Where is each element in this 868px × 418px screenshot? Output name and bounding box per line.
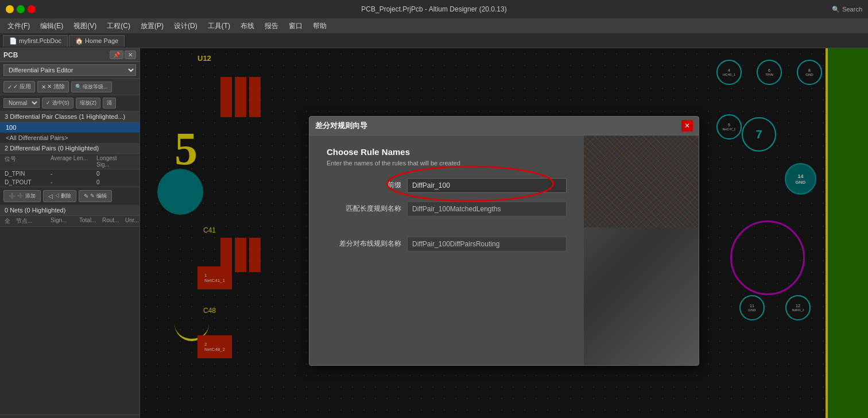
zoom-button[interactable]: 🔍 缩放等级... (71, 82, 112, 92)
filter-bar-2: Normal ✓ 选中(S) 缩放(Z) 清 (0, 95, 140, 111)
table-row-dtpin[interactable]: D_TPIN - 0 (0, 169, 140, 178)
dialog-body: Choose Rule Names Enter the names of the… (309, 136, 699, 365)
pcb-area[interactable]: U12 5 C41 1NetC41_1 C48 (140, 48, 868, 418)
menu-file[interactable]: 文件(F) (3, 20, 34, 32)
edit-button[interactable]: ✎ ✎ 编辑 (79, 190, 112, 202)
clear-button[interactable]: ✕ ✕ 清除 (37, 81, 69, 92)
panel-dropdown[interactable]: Differential Pairs Editor (3, 64, 136, 76)
prefix-row: 前缀 (327, 178, 567, 193)
list-item-100[interactable]: 100 (0, 122, 140, 133)
tab-pcbdoc-label: myfirst.PcbDoc (19, 37, 61, 44)
edit-icon: ✎ (84, 193, 88, 199)
dialog-section-title: Choose Rule Names (327, 147, 567, 157)
form-spacer (327, 225, 567, 237)
title-bar: PCB_Project.PrjPcb - Altium Designer (20… (0, 0, 868, 18)
zoom2-button[interactable]: 缩放(Z) (76, 98, 101, 109)
prefix-label: 前缀 (327, 180, 401, 190)
delete-button[interactable]: ◁ ◁ 删除 (43, 190, 77, 202)
section2-header: 2 Differential Pairs (0 Highlighted) (0, 143, 140, 154)
add-button[interactable]: ➕ ➕ 添加 (3, 190, 41, 202)
maximize-button[interactable] (17, 5, 25, 13)
tab-pcbdoc-icon: 📄 (9, 37, 19, 44)
menu-view[interactable]: 视图(V) (69, 20, 101, 32)
dialog-content: Choose Rule Names Enter the names of the… (309, 136, 584, 365)
tab-homepage-label: Home Page (85, 37, 118, 44)
main-layout: PCB 📌 ✕ Differential Pairs Editor ✓ ✓ 应用… (0, 48, 868, 418)
tab-homepage[interactable]: 🏠 Home Page (69, 35, 125, 47)
action-buttons: ➕ ➕ 添加 ◁ ◁ 删除 ✎ ✎ 编辑 (0, 187, 140, 205)
menu-edit[interactable]: 编辑(E) (36, 20, 68, 32)
table-row-dtpout[interactable]: D_TPOUT - 0 (0, 178, 140, 187)
matched-length-label: 匹配长度规则名称 (327, 204, 401, 214)
dialog-image-panel (584, 136, 699, 365)
diff-routing-row: 差分对布线规则名称 DiffPair_100DiffPairsRouting (327, 237, 567, 251)
menu-bar: 文件(F) 编辑(E) 视图(V) 工程(C) 放置(P) 设计(D) 工具(T… (0, 18, 868, 33)
menu-route[interactable]: 布线 (236, 20, 259, 32)
circuit-image (584, 136, 699, 227)
clear-icon: ✕ (41, 84, 46, 90)
panel-pin-button[interactable]: 📌 (110, 51, 123, 59)
search-icon: 🔍 (832, 6, 840, 13)
apply-icon: ✓ (7, 84, 12, 90)
delete-icon: ◁ (48, 193, 53, 199)
menu-tools[interactable]: 工具(T) (203, 20, 235, 32)
left-panel: PCB 📌 ✕ Differential Pairs Editor ✓ ✓ 应用… (0, 48, 140, 418)
panel-controls: 📌 ✕ (110, 51, 136, 59)
dialog-title: 差分对规则向导 (315, 121, 367, 131)
footer-buttons: 🌐 从网络创建 ⚙ 规则向导 (0, 415, 140, 418)
panel-title: PCB (3, 51, 18, 59)
minimize-button[interactable] (6, 5, 14, 13)
matched-length-row: 匹配长度规则名称 DiffPair_100MatchedLengths (327, 202, 567, 216)
section3-header: 0 Nets (0 Highlighted) (0, 205, 140, 216)
dialog-close-button[interactable]: ✕ (681, 120, 693, 131)
dialog: 差分对规则向导 ✕ Choose Rule Names Enter the na… (309, 116, 699, 366)
panel-close-button[interactable]: ✕ (125, 51, 136, 59)
list-item-all[interactable]: <All Differential Pairs> (0, 133, 140, 143)
menu-place[interactable]: 放置(P) (136, 20, 168, 32)
table-header: 位号 Average Len... Longest Sig... (0, 154, 140, 169)
tab-homepage-icon: 🏠 (75, 37, 85, 44)
tab-pcbdoc[interactable]: 📄 myfirst.PcbDoc (3, 35, 68, 47)
select-button[interactable]: ✓ 选中(S) (42, 98, 73, 109)
close-button[interactable] (28, 5, 36, 13)
diff-routing-value: DiffPair_100DiffPairsRouting (407, 237, 567, 251)
menu-report[interactable]: 报告 (260, 20, 283, 32)
dialog-subtitle: Enter the names of the rules that will b… (327, 160, 567, 167)
menu-help[interactable]: 帮助 (308, 20, 331, 32)
tab-bar: 📄 myfirst.PcbDoc 🏠 Home Page (0, 33, 868, 48)
add-icon: ➕ (9, 193, 16, 199)
prefix-input[interactable] (407, 178, 567, 193)
menu-design[interactable]: 设计(D) (169, 20, 202, 32)
app-title: PCB_Project.PrjPcb - Altium Designer (20… (361, 5, 506, 13)
panel-header: PCB 📌 ✕ (0, 48, 140, 62)
section1-header: 3 Differential Pair Classes (1 Highlight… (0, 111, 140, 122)
normal-select[interactable]: Normal (3, 98, 40, 108)
clear2-button[interactable]: 清 (103, 98, 116, 109)
dialog-titlebar: 差分对规则向导 ✕ (309, 117, 699, 136)
dialog-image (584, 136, 699, 227)
menu-window[interactable]: 窗口 (284, 20, 307, 32)
nets-columns: 全 节点... Sign... Total... Rout... Unr... (0, 216, 140, 227)
filter-bar: ✓ ✓ 应用 ✕ ✕ 清除 🔍 缩放等级... (0, 79, 140, 95)
menu-project[interactable]: 工程(C) (102, 20, 135, 32)
apply-button[interactable]: ✓ ✓ 应用 (3, 81, 35, 92)
search-label: Search (842, 6, 862, 13)
dialog-overlay: 差分对规则向导 ✕ Choose Rule Names Enter the na… (140, 48, 868, 418)
matched-length-value: DiffPair_100MatchedLengths (407, 202, 567, 216)
diff-routing-label: 差分对布线规则名称 (327, 239, 401, 249)
